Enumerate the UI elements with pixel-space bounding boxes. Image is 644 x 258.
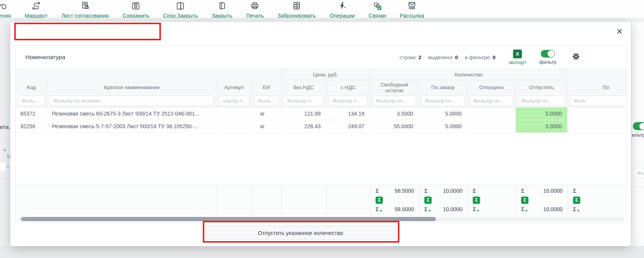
column-header-extra[interactable]: По	[568, 80, 627, 94]
background-right-filter-input-fragment[interactable]: Фи	[634, 168, 644, 178]
toolbar-item-reserve[interactable]: Забронировать	[271, 0, 323, 18]
filter-input-released[interactable]	[470, 96, 513, 106]
cell-ordered: 5.0000	[419, 108, 467, 120]
summary-extra: Σ Σ Σ▼	[568, 185, 627, 215]
column-header-released[interactable]: Отпущено	[467, 80, 516, 94]
filter-input-name[interactable]	[50, 96, 214, 106]
close-icon[interactable]: ×	[614, 24, 625, 39]
toolbar-item-label: Рассылка	[400, 13, 424, 18]
background-filter-toggle-label: ильтр	[632, 132, 644, 138]
cell-unit: кг	[252, 108, 281, 120]
column-header-unit[interactable]: ЕИ	[252, 80, 281, 94]
page-background-bottom	[0, 246, 644, 258]
filter-marker-icon: ▼	[476, 209, 480, 213]
column-header-code[interactable]: Код	[16, 80, 47, 94]
filter-input-code[interactable]	[18, 96, 45, 106]
sum-icon: Σ	[521, 188, 524, 194]
filter-input-price-novat[interactable]	[283, 96, 324, 106]
column-header-ordered[interactable]: По заказу	[419, 80, 467, 94]
toolbar-item-mailing[interactable]: Рассылка	[393, 0, 431, 18]
toolbar-item-approval-sheet[interactable]: Лист согласования	[55, 0, 116, 18]
filter-input-to-release[interactable]	[518, 96, 565, 106]
cell-name: Резиновая смесь 5-7-57-2003 Лист 500/14 …	[47, 120, 217, 132]
group-price: Цена, руб.	[281, 69, 370, 80]
cabinet-icon	[292, 1, 301, 12]
sum-selected-icon[interactable]: Σ	[376, 197, 383, 204]
column-header-price-vat[interactable]: с НДС	[326, 80, 370, 94]
gear-icon[interactable]	[571, 51, 581, 63]
cell-to-release[interactable]: 5.0000	[516, 108, 568, 120]
filter-marker-icon: ▼	[576, 209, 580, 213]
toolbar-item-operations[interactable]: Операции	[323, 0, 362, 18]
filter-toggle[interactable]: фильтр	[540, 50, 556, 65]
group-blank	[16, 69, 281, 80]
table-row[interactable]: 92256 Резиновая смесь 5-7-57-2003 Лист 5…	[16, 120, 626, 133]
toolbar-item-attachments[interactable]: жения	[0, 0, 18, 18]
cell-price-novat: 226.43	[281, 120, 326, 132]
cell-extra	[568, 120, 627, 132]
background-left-placeholder-fragment: н	[7, 164, 9, 169]
column-header-free-stock[interactable]: Свободный остаток	[370, 80, 419, 94]
sum-filtered-icon: Σ	[521, 206, 524, 212]
column-header-price-novat[interactable]: без НДС	[281, 80, 326, 94]
cell-to-release[interactable]: 5.0000	[516, 120, 568, 132]
toolbar-item-label: Сохр.Закрыть	[163, 13, 198, 18]
toolbar-item-route[interactable]: Маршрут	[18, 0, 55, 18]
cell-code: 92256	[16, 120, 47, 132]
sum-selected-icon[interactable]: Σ	[573, 197, 580, 204]
toolbar-item-save[interactable]: Сохранить	[116, 0, 156, 18]
save-close-icon	[175, 1, 185, 12]
column-header-name[interactable]: Краткое наименование	[47, 80, 217, 94]
scrollbar-thumb[interactable]	[21, 217, 436, 221]
sum-icon: Σ	[473, 188, 476, 194]
sum-selected-icon[interactable]: Σ	[521, 197, 528, 204]
release-quantity-button[interactable]: Отпустить указанное количество	[205, 226, 396, 240]
column-header-to-release[interactable]: Отпустить	[516, 80, 568, 94]
nomenclature-panel: Номенклатура строки:2 выделено:0 в фильт…	[15, 45, 627, 223]
filter-input-article[interactable]	[219, 96, 249, 106]
route-icon	[31, 1, 41, 12]
scrollbar-track[interactable]	[18, 217, 624, 221]
filter-input-price-vat[interactable]	[329, 96, 368, 106]
selected-count: выделено:0	[428, 55, 458, 60]
sum-icon: Σ	[573, 188, 576, 194]
approval-sheet-icon	[80, 1, 90, 12]
export-label: экспорт	[508, 60, 526, 65]
background-right-placeholder-fragment: Фи	[637, 170, 644, 176]
sum-selected-icon[interactable]: Σ	[424, 197, 432, 204]
background-left-divider	[0, 141, 10, 142]
top-toolbar: жения Маршрут Лист согласования Сохранит…	[0, 0, 644, 18]
table-group-header-row: Цена, руб. Количество	[16, 69, 626, 80]
table-summary-row: Σ58.5000 Σ Σ▼58.5000 Σ10.0000 Σ Σ▼10.000…	[16, 185, 626, 215]
toolbar-item-links[interactable]: Связки	[362, 0, 393, 18]
export-button[interactable]: X экспорт	[508, 50, 526, 65]
cell-code: 65372	[16, 108, 47, 120]
table-header-row: Код Краткое наименование Артикул ЕИ без …	[16, 80, 626, 94]
toolbar-item-close[interactable]: Закрыть	[205, 0, 239, 18]
save-icon	[131, 1, 141, 12]
toolbar-item-label: Операции	[329, 13, 355, 18]
toolbar-item-label: Забронировать	[278, 13, 316, 18]
filter-input-ordered[interactable]	[421, 96, 465, 106]
sum-filtered-icon: Σ	[473, 206, 476, 212]
column-header-article[interactable]: Артикул	[217, 80, 252, 94]
toolbar-item-save-close[interactable]: Сохр.Закрыть	[156, 0, 205, 18]
filter-input-unit[interactable]	[254, 96, 278, 106]
toolbar-item-print[interactable]: Печать	[239, 0, 271, 18]
background-right-row-line	[632, 187, 644, 187]
toolbar-item-label: Сохранить	[123, 13, 149, 18]
background-left-filter-input-fragment[interactable]	[0, 161, 6, 172]
cell-extra	[568, 108, 627, 120]
filter-marker-icon: ▼	[525, 209, 528, 213]
collapse-arrow-icon[interactable]: ▲	[3, 147, 7, 152]
toolbar-item-label: жения	[0, 13, 11, 18]
envelope-icon	[407, 1, 417, 12]
filter-input-extra[interactable]	[570, 96, 627, 106]
table-row[interactable]: 65372 Резиновая смесь 60-2675-3 Лист 500…	[16, 108, 626, 120]
sum-selected-icon[interactable]: Σ	[473, 197, 480, 204]
filter-input-free-stock[interactable]	[372, 96, 416, 106]
background-left-row-line2	[0, 189, 10, 190]
background-filter-toggle[interactable]	[633, 122, 644, 130]
chain-link-icon	[372, 1, 382, 12]
cell-free-stock: 3.5000	[370, 108, 419, 120]
